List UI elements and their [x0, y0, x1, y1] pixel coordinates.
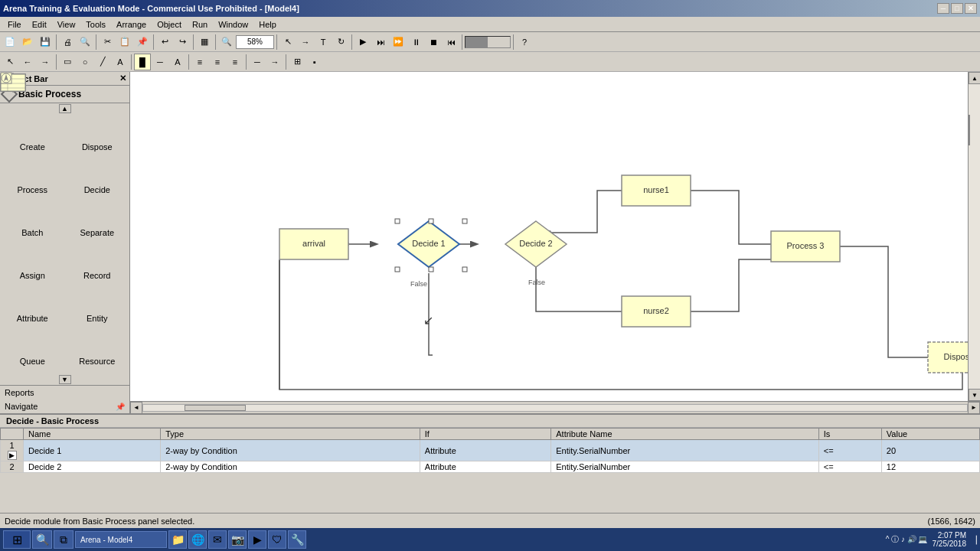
search-taskbar[interactable]: 🔍 [32, 530, 52, 549]
connect-button[interactable]: → [297, 34, 314, 51]
close-button[interactable]: ✕ [965, 3, 977, 14]
scroll-down-arrow[interactable]: ▼ [969, 389, 980, 401]
row-expand-btn[interactable]: ▶ [8, 451, 17, 460]
menu-object[interactable]: Object [152, 19, 186, 30]
zoom-input[interactable] [236, 35, 274, 49]
preview-button[interactable]: 🔍 [77, 34, 93, 51]
row-1-is[interactable]: <= [818, 440, 881, 461]
minimize-button[interactable]: ─ [937, 3, 949, 14]
open-button[interactable]: 📂 [19, 34, 36, 51]
module-entity[interactable]: Entity [65, 285, 130, 328]
navigate-item[interactable]: Navigate 📌 [0, 399, 129, 413]
row-2-type[interactable]: 2-way by Condition [161, 461, 420, 473]
save-button[interactable]: 💾 [37, 34, 54, 51]
module-assign[interactable]: Assign [0, 243, 65, 285]
line-tool[interactable]: ╱ [94, 54, 111, 70]
view-toggle[interactable]: ▦ [196, 34, 213, 51]
module-separate[interactable]: Separate [65, 200, 130, 243]
task-view[interactable]: ⧉ [54, 530, 74, 549]
module-decide[interactable]: Decide [65, 157, 130, 200]
col-type[interactable]: Type [161, 429, 420, 440]
show-desktop[interactable]: ▕ [971, 536, 977, 544]
group-btn[interactable]: ⊞ [289, 54, 305, 70]
rotate-button[interactable]: ↻ [332, 34, 349, 51]
scroll-down[interactable]: ▼ [0, 374, 129, 385]
speed-slider[interactable] [465, 36, 511, 48]
module-dispose[interactable]: Dispose [65, 114, 130, 157]
navigate-expand[interactable]: 📌 [116, 403, 125, 411]
menu-run[interactable]: Run [188, 19, 212, 30]
font-color[interactable]: A [169, 54, 186, 70]
undo-button[interactable]: ↩ [156, 34, 173, 51]
reset-button[interactable]: ⏮ [443, 34, 459, 51]
row-1-if[interactable]: Attribute [420, 440, 550, 461]
reports-item[interactable]: Reports [0, 386, 129, 399]
print-button[interactable]: 🖨 [59, 34, 76, 51]
redo-button[interactable]: ↪ [174, 34, 191, 51]
row-2-value[interactable]: 12 [881, 461, 979, 473]
step-button[interactable]: ⏭ [372, 34, 389, 51]
row-1-type[interactable]: 2-way by Condition [161, 440, 420, 461]
run-button[interactable]: ▶ [354, 34, 371, 51]
fast-forward[interactable]: ⏩ [390, 34, 407, 51]
text-button[interactable]: T [315, 34, 332, 51]
explorer-icon[interactable]: 📁 [168, 530, 187, 549]
module-record[interactable]: Record [65, 243, 130, 285]
app-icon-4[interactable]: 🔧 [288, 530, 306, 549]
module-attribute[interactable]: Attribute [0, 285, 65, 328]
help-button[interactable]: ? [516, 34, 533, 51]
cut-button[interactable]: ✂ [99, 34, 116, 51]
menu-arrange[interactable]: Arrange [112, 19, 151, 30]
align-right[interactable]: ≡ [227, 54, 243, 70]
menu-edit[interactable]: Edit [28, 19, 51, 30]
row-2-attr[interactable]: Entity.SerialNumber [551, 461, 818, 473]
row-2-name[interactable]: Decide 2 [24, 461, 161, 473]
scroll-left-arrow[interactable]: ◄ [130, 402, 142, 414]
row-1-name[interactable]: Decide 1 [24, 440, 161, 461]
zoom-out-button[interactable]: 🔍 [218, 34, 235, 51]
menu-file[interactable]: File [3, 19, 26, 30]
line-style[interactable]: ─ [249, 54, 266, 70]
arrow-style[interactable]: → [266, 54, 283, 70]
scroll-up[interactable]: ▲ [0, 103, 129, 114]
module-create[interactable]: Create [0, 114, 65, 157]
pointer-button[interactable]: ↖ [279, 34, 296, 51]
menu-view[interactable]: View [53, 19, 80, 30]
rect-tool[interactable]: ▭ [59, 54, 76, 70]
menu-window[interactable]: Window [214, 19, 253, 30]
module-batch[interactable]: Batch [0, 200, 65, 243]
table-row[interactable]: 2 Decide 2 2-way by Condition Attribute … [1, 461, 980, 473]
row-2-if[interactable]: Attribute [420, 461, 550, 473]
module-process[interactable]: Process [0, 157, 65, 200]
fwd-btn[interactable]: → [37, 54, 54, 70]
mail-icon[interactable]: ✉ [208, 530, 227, 549]
vertical-scrollbar[interactable]: ▲ ▼ [968, 72, 980, 401]
select-arrow[interactable]: ↖ [2, 54, 18, 70]
hscroll-thumb[interactable] [185, 405, 246, 411]
stop-button[interactable]: ⏹ [425, 34, 442, 51]
paste-button[interactable]: 📌 [134, 34, 151, 51]
menu-help[interactable]: Help [254, 19, 281, 30]
canvas-area[interactable]: True False False [130, 72, 980, 401]
chrome-icon[interactable]: 🌐 [188, 530, 207, 549]
arena-app[interactable]: Arena - Model4 [75, 531, 167, 548]
menu-tools[interactable]: Tools [81, 19, 110, 30]
scroll-up-arrow[interactable]: ▲ [969, 72, 980, 84]
row-1-value[interactable]: 20 [881, 440, 979, 461]
row-1-attr[interactable]: Entity.SerialNumber [551, 440, 818, 461]
app-icon-3[interactable]: 🛡 [268, 530, 286, 549]
col-value[interactable]: Value [881, 429, 979, 440]
col-is[interactable]: Is [818, 429, 881, 440]
fill-color[interactable]: █ [134, 54, 151, 70]
shadow-btn[interactable]: ▪ [306, 54, 323, 70]
app-icon-1[interactable]: 📷 [228, 530, 247, 549]
line-color[interactable]: ─ [152, 54, 168, 70]
module-queue[interactable]: Queue [0, 328, 65, 371]
align-center[interactable]: ≡ [209, 54, 226, 70]
oval-tool[interactable]: ○ [77, 54, 93, 70]
maximize-button[interactable]: □ [951, 3, 963, 14]
table-row[interactable]: 1 ▶ Decide 1 2-way by Condition Attribut… [1, 440, 980, 461]
app-icon-2[interactable]: ▶ [248, 530, 266, 549]
module-resource[interactable]: Resource [65, 328, 130, 371]
col-name[interactable]: Name [24, 429, 161, 440]
